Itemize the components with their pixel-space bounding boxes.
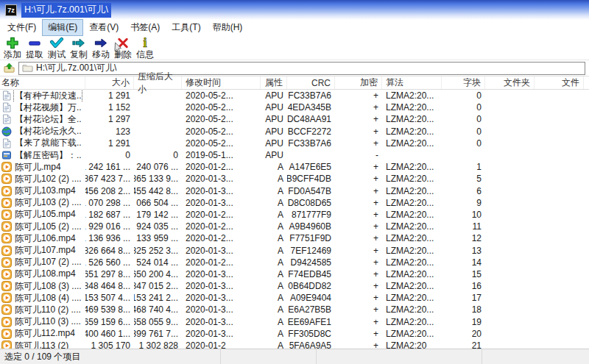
cell-size: 1 291 bbox=[85, 90, 134, 101]
cell-attrs: A bbox=[261, 316, 287, 328]
menu-item-1[interactable]: 编辑(E) bbox=[43, 20, 82, 35]
cell-crc: A147E6E5 bbox=[287, 161, 335, 173]
menu-item-2[interactable]: 查看(V) bbox=[84, 20, 124, 35]
cell-block: 0 bbox=[442, 113, 485, 125]
cell-name: 陈可儿108 (4) .... bbox=[0, 292, 85, 304]
table-row[interactable]: 陈可儿110 (3) ....659 159 6...658 055 9...2… bbox=[0, 316, 589, 328]
table-row[interactable]: 陈可儿103 (2) ....1 070 298 ...1 066 504 ..… bbox=[0, 197, 589, 209]
column-header-9[interactable]: 文件夹 bbox=[485, 76, 535, 89]
svg-text:i: i bbox=[143, 36, 147, 50]
cell-method: LZMA2:20... bbox=[382, 197, 442, 209]
up-one-level-button[interactable] bbox=[1, 62, 16, 75]
table-row[interactable]: 【村花论坛】全...1 2972020-05-2...APUDC48AA91+L… bbox=[0, 113, 589, 125]
file-name: 陈可儿103 (2) .... bbox=[14, 197, 82, 209]
media-file-icon bbox=[1, 221, 12, 232]
table-row[interactable]: 【村花视频】万...1 1522020-05-2...APU4EDA345B+L… bbox=[0, 101, 589, 113]
table-row[interactable]: 陈可儿113 (2)1 305 1701 302 8282020-01-2A5F… bbox=[0, 340, 589, 349]
cell-crc: 7EF12469 bbox=[287, 244, 335, 256]
move-icon bbox=[94, 36, 108, 50]
table-row[interactable]: 陈可儿107.mp4826 664 8...825 252 3...2020-0… bbox=[0, 244, 589, 256]
copy-button[interactable]: 复制 bbox=[68, 35, 90, 60]
cell-packed: 1 524 014 ... bbox=[134, 257, 182, 268]
cell-modified: 2020-01-3... bbox=[182, 197, 261, 209]
cell-name: 陈可儿107 (2) .... bbox=[0, 257, 85, 268]
table-row[interactable]: 陈可儿107 (2) ....1 526 560 ...1 524 014 ..… bbox=[0, 257, 589, 268]
table-row[interactable]: 陈可儿105.mp41 182 687 ...1 179 142 ...2020… bbox=[0, 209, 589, 221]
cell-packed: 847 015 2... bbox=[134, 280, 182, 292]
info-button[interactable]: i信息 bbox=[134, 35, 156, 60]
table-row[interactable]: 陈可儿108 (3) ....848 464 8...847 015 2...2… bbox=[0, 280, 589, 292]
window-title: H:\可儿.7z.001\可儿\ bbox=[21, 3, 111, 18]
column-header-4[interactable]: 属性 bbox=[261, 76, 287, 89]
menu-item-4[interactable]: 工具(T) bbox=[166, 20, 205, 35]
cell-modified: 2020-01-2... bbox=[182, 221, 261, 232]
column-header-1[interactable]: 大小 bbox=[85, 76, 134, 89]
file-name: 【来了就能下载... bbox=[14, 138, 82, 149]
column-header-8[interactable]: 字块 bbox=[442, 76, 485, 89]
cell-folders bbox=[485, 232, 535, 244]
cell-enc: + bbox=[335, 232, 382, 244]
cell-method: LZMA2:20... bbox=[382, 161, 442, 173]
cell-name: 【村花论坛永久... bbox=[0, 126, 85, 138]
cell-files bbox=[535, 209, 584, 221]
text-file-icon bbox=[1, 114, 12, 124]
cell-enc: + bbox=[335, 244, 382, 256]
toolbar-button-label: 添加 bbox=[4, 50, 21, 60]
toolbar-button-label: 信息 bbox=[136, 50, 154, 60]
cell-method: LZMA2:20... bbox=[382, 268, 442, 280]
add-button[interactable]: 添加 bbox=[1, 35, 24, 60]
column-header-3[interactable]: 修改时间 bbox=[182, 76, 261, 89]
column-header-6[interactable]: 加密 bbox=[335, 76, 382, 89]
cell-enc: + bbox=[335, 209, 382, 221]
file-name: 【村花论坛】全... bbox=[14, 113, 82, 125]
cell-name: 陈可儿105.mp4 bbox=[0, 209, 85, 221]
cell-attrs: A bbox=[261, 232, 287, 244]
delete-button[interactable]: 删除 bbox=[112, 35, 134, 60]
cell-files bbox=[535, 113, 584, 125]
table-row[interactable]: 【村花论坛永久...1232020-05-2...APUBCCF2272+LZM… bbox=[0, 126, 589, 138]
table-row[interactable]: 陈可儿108 (4) ....153 507 4...153 241 2...2… bbox=[0, 292, 589, 304]
column-header-10[interactable]: 文件 bbox=[535, 76, 584, 89]
table-row[interactable]: 陈可儿112.mp4400 460 1...399 761 7...2020-0… bbox=[0, 328, 589, 340]
cell-packed bbox=[134, 101, 182, 113]
move-button[interactable]: 移动 bbox=[90, 35, 112, 60]
table-row[interactable]: 陈可儿102 (2) ....867 423 7...865 133 9...2… bbox=[0, 173, 589, 185]
cell-packed: 658 055 9... bbox=[134, 316, 182, 328]
table-row[interactable]: 陈可儿103.mp4456 208 2...455 442 8...2020-0… bbox=[0, 185, 589, 197]
table-row[interactable]: 【有种子却没速...1 2912020-05-2...APUFC33B7A6+L… bbox=[0, 90, 589, 101]
column-header-0[interactable]: 名称 bbox=[0, 76, 85, 89]
address-input[interactable]: H:\可儿.7z.001\可儿\ bbox=[18, 62, 585, 75]
table-row[interactable]: 陈可儿108.mp4651 297 8...650 200 4...2020-0… bbox=[0, 268, 589, 280]
file-list[interactable]: 【有种子却没速...1 2912020-05-2...APUFC33B7A6+L… bbox=[0, 90, 589, 349]
menu-item-5[interactable]: 帮助(H) bbox=[208, 20, 248, 35]
cell-enc: + bbox=[335, 268, 382, 280]
cell-crc: A09E9404 bbox=[287, 292, 335, 304]
status-panel-2 bbox=[221, 349, 317, 364]
cell-packed: 1 302 828 bbox=[134, 340, 182, 349]
table-row[interactable]: 陈可儿106.mp41 136 936 ...1 133 959 ...2020… bbox=[0, 232, 589, 244]
media-file-icon bbox=[1, 233, 12, 243]
cell-attrs: APU bbox=[261, 101, 287, 113]
extract-button[interactable]: 提取 bbox=[24, 35, 46, 60]
cell-method: LZMA2:20... bbox=[382, 113, 442, 125]
menu-item-3[interactable]: 书签(A) bbox=[125, 20, 165, 35]
table-row[interactable]: 陈可儿110 (2) ....469 539 8...468 740 4...2… bbox=[0, 304, 589, 315]
cell-crc bbox=[287, 149, 335, 161]
test-button[interactable]: 测试 bbox=[46, 35, 68, 60]
cell-block: 1 bbox=[442, 161, 485, 173]
table-row[interactable]: 陈可儿105 (2) ....1 929 016 ...1 924 035 ..… bbox=[0, 221, 589, 232]
column-header-2[interactable]: 压缩后大小 bbox=[134, 76, 182, 89]
cell-folders bbox=[485, 161, 535, 173]
column-header-5[interactable]: CRC bbox=[287, 76, 335, 89]
column-header-row: 名称大小压缩后大小修改时间属性CRC加密算法字块文件夹文件 bbox=[0, 76, 589, 90]
text-file-icon bbox=[1, 90, 12, 101]
cell-crc: E6A27B5B bbox=[287, 304, 335, 315]
column-header-7[interactable]: 算法 bbox=[382, 76, 442, 89]
cell-files bbox=[535, 221, 584, 232]
menu-item-0[interactable]: 文件(F) bbox=[2, 20, 41, 35]
table-row[interactable]: 【来了就能下载...1 2912020-05-2...APUFC33B7A6+L… bbox=[0, 138, 589, 149]
cell-modified: 2020-01-3... bbox=[182, 328, 261, 340]
cell-name: 【解压密码】：... bbox=[0, 149, 85, 161]
table-row[interactable]: 【解压密码】：...002019-05-1...APU- bbox=[0, 149, 589, 161]
table-row[interactable]: 陈可儿.mp41 242 161 ...1 240 076 ...2020-01… bbox=[0, 161, 589, 173]
